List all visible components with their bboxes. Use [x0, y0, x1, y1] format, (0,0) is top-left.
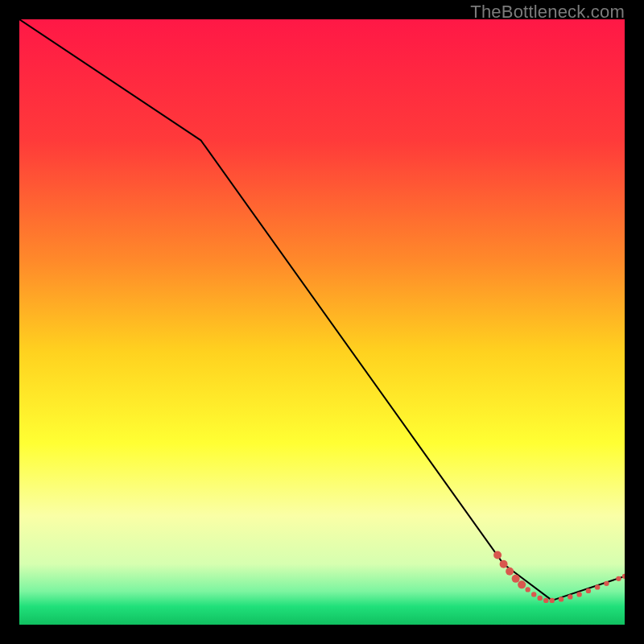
marker-dot [493, 551, 502, 559]
marker-dot [525, 587, 530, 592]
marker-dot [550, 598, 555, 603]
marker-dot [595, 584, 600, 589]
marker-dot [518, 580, 526, 588]
marker-dot [500, 560, 508, 568]
marker-dot [604, 581, 609, 586]
marker-dot [531, 592, 536, 597]
watermark-label: TheBottleneck.com [470, 2, 625, 23]
marker-dot [586, 588, 591, 593]
chart-plot [19, 19, 625, 625]
marker-dot [568, 594, 572, 599]
marker-dot [559, 597, 564, 601]
marker-dot [576, 592, 581, 597]
marker-dot [538, 596, 543, 601]
chart-stage: TheBottleneck.com [0, 0, 644, 644]
chart-svg [19, 19, 625, 625]
marker-dot [506, 568, 514, 576]
marker-dot [616, 576, 621, 581]
marker-dot [543, 598, 548, 603]
chart-background [19, 19, 625, 625]
marker-dot [512, 575, 520, 583]
